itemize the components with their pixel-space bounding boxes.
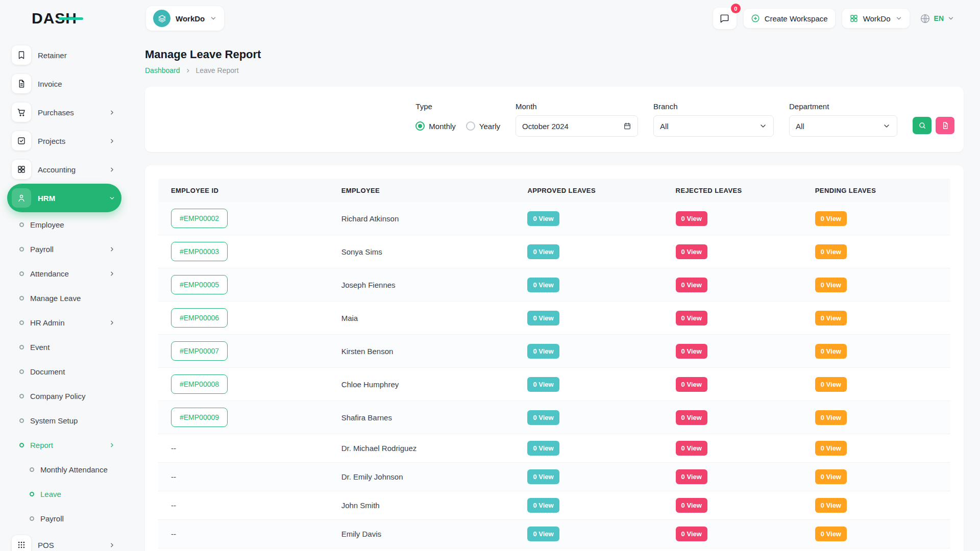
sidebar-item-purchases[interactable]: Purchases: [7, 98, 121, 127]
rejected-leaves-cell: 0 View: [663, 304, 802, 332]
chevron-down-icon: [759, 122, 767, 130]
rejected-leaves-badge[interactable]: 0 View: [676, 498, 707, 513]
circle-bullet-icon: [30, 467, 34, 472]
sidebar-item-accounting[interactable]: Accounting: [7, 155, 121, 184]
pending-leaves-badge[interactable]: 0 View: [815, 377, 847, 392]
pending-leaves-badge[interactable]: 0 View: [815, 344, 847, 359]
approved-leaves-badge[interactable]: 0 View: [527, 244, 559, 259]
approved-leaves-badge[interactable]: 0 View: [527, 311, 559, 325]
approved-leaves-badge[interactable]: 0 View: [527, 344, 559, 359]
pending-leaves-badge[interactable]: 0 View: [815, 278, 847, 292]
approved-leaves-badge[interactable]: 0 View: [527, 410, 559, 425]
sidebar-item-payroll-report[interactable]: Payroll: [7, 506, 121, 531]
app-switcher-dropdown[interactable]: WorkDo: [842, 9, 910, 28]
pending-leaves-badge[interactable]: 0 View: [815, 211, 847, 226]
language-selector[interactable]: EN: [917, 10, 958, 27]
employee-name: Richard Atkinson: [329, 208, 515, 230]
sidebar-item-hrm[interactable]: HRM: [7, 184, 121, 212]
rejected-leaves-badge[interactable]: 0 View: [676, 211, 707, 226]
approved-leaves-badge[interactable]: 0 View: [527, 377, 559, 392]
approved-leaves-cell: 0 View: [514, 271, 663, 299]
sidebar-item-report[interactable]: Report: [7, 433, 121, 457]
sidebar-item-attendance[interactable]: Attendance: [7, 261, 121, 286]
pending-leaves-badge[interactable]: 0 View: [815, 527, 847, 541]
sidebar-item-label: Purchases: [38, 108, 74, 117]
search-button[interactable]: [913, 117, 932, 134]
layout-grid-icon: [12, 160, 31, 179]
sidebar-item-projects[interactable]: Projects: [7, 127, 121, 155]
circle-bullet-icon: [19, 222, 24, 227]
sidebar-item-hr-admin[interactable]: HR Admin: [7, 310, 121, 335]
sidebar-item-label: HR Admin: [30, 318, 65, 327]
department-select[interactable]: All: [789, 115, 897, 137]
rejected-leaves-badge[interactable]: 0 View: [676, 244, 707, 259]
pending-leaves-cell: 0 View: [802, 434, 950, 462]
approved-leaves-badge[interactable]: 0 View: [527, 469, 559, 484]
pending-leaves-badge[interactable]: 0 View: [815, 469, 847, 484]
rejected-leaves-badge[interactable]: 0 View: [676, 469, 707, 484]
employee-id-cell: #EMP00006: [158, 302, 329, 334]
employee-id-button[interactable]: #EMP00007: [171, 341, 228, 361]
pending-leaves-cell: 0 View: [802, 463, 950, 491]
sidebar-item-company-policy[interactable]: Company Policy: [7, 384, 121, 408]
workspace-selector[interactable]: WorkDo: [146, 6, 224, 31]
approved-leaves-badge[interactable]: 0 View: [527, 211, 559, 226]
yearly-radio[interactable]: Yearly: [466, 121, 500, 131]
sidebar-item-invoice[interactable]: Invoice: [7, 69, 121, 98]
rejected-leaves-badge[interactable]: 0 View: [676, 527, 707, 541]
rejected-leaves-badge[interactable]: 0 View: [676, 410, 707, 425]
chevron-down-icon: [109, 195, 115, 202]
rejected-leaves-badge[interactable]: 0 View: [676, 278, 707, 292]
sidebar-item-event[interactable]: Event: [7, 335, 121, 359]
approved-leaves-cell: 0 View: [514, 304, 663, 332]
approved-leaves-cell: 0 View: [514, 404, 663, 432]
breadcrumb-dashboard-link[interactable]: Dashboard: [145, 66, 180, 74]
approved-leaves-badge[interactable]: 0 View: [527, 527, 559, 541]
approved-leaves-badge[interactable]: 0 View: [527, 498, 559, 513]
employee-id-button[interactable]: #EMP00009: [171, 408, 228, 427]
create-workspace-button[interactable]: Create Workspace: [744, 9, 835, 28]
pending-leaves-badge[interactable]: 0 View: [815, 244, 847, 259]
pending-leaves-badge[interactable]: 0 View: [815, 410, 847, 425]
rejected-leaves-badge[interactable]: 0 View: [676, 441, 707, 456]
rejected-leaves-badge[interactable]: 0 View: [676, 377, 707, 392]
circle-bullet-icon: [19, 296, 24, 300]
month-input[interactable]: October 2024: [516, 115, 638, 137]
main-content: Manage Leave Report Dashboard Leave Repo…: [128, 37, 980, 551]
pending-leaves-badge[interactable]: 0 View: [815, 311, 847, 325]
brand-logo[interactable]: DASH: [0, 10, 128, 27]
employee-id-button[interactable]: #EMP00003: [171, 242, 228, 261]
chevron-right-icon: [109, 442, 115, 448]
pending-leaves-cell: 0 View: [802, 520, 950, 548]
sidebar-item-leave[interactable]: Leave: [7, 482, 121, 506]
sidebar-item-employee[interactable]: Employee: [7, 212, 121, 237]
approved-leaves-badge[interactable]: 0 View: [527, 278, 559, 292]
sidebar-item-label: Accounting: [38, 165, 76, 174]
person-icon: [12, 188, 31, 208]
sidebar-item-document[interactable]: Document: [7, 359, 121, 384]
rejected-leaves-badge[interactable]: 0 View: [676, 311, 707, 325]
employee-id-button[interactable]: #EMP00005: [171, 275, 228, 294]
sidebar-item-monthly-attendance[interactable]: Monthly Attendance: [7, 457, 121, 482]
export-button[interactable]: [936, 117, 954, 134]
rejected-leaves-badge[interactable]: 0 View: [676, 344, 707, 359]
employee-id-button[interactable]: #EMP00008: [171, 374, 228, 394]
sidebar-item-payroll[interactable]: Payroll: [7, 237, 121, 261]
branch-select[interactable]: All: [653, 115, 774, 137]
sidebar-item-retainer[interactable]: Retainer: [7, 41, 121, 69]
sidebar-item-manage-leave[interactable]: Manage Leave: [7, 286, 121, 310]
employee-id-empty: --: [171, 530, 176, 538]
monthly-radio-label: Monthly: [429, 122, 456, 131]
table-row: #EMP00003 Sonya Sims 0 View 0 View 0 Vie…: [158, 235, 950, 268]
pending-leaves-badge[interactable]: 0 View: [815, 498, 847, 513]
monthly-radio[interactable]: Monthly: [415, 121, 456, 131]
sidebar-item-system-setup[interactable]: System Setup: [7, 408, 121, 433]
pending-leaves-badge[interactable]: 0 View: [815, 441, 847, 456]
employee-id-button[interactable]: #EMP00002: [171, 209, 228, 228]
sidebar-item-pos[interactable]: POS: [7, 531, 121, 551]
chevron-right-icon: [109, 166, 115, 173]
approved-leaves-badge[interactable]: 0 View: [527, 441, 559, 456]
messages-button[interactable]: 0: [713, 8, 737, 29]
table-header-row: EMPLOYEE ID EMPLOYEE APPROVED LEAVES REJ…: [158, 179, 950, 202]
employee-id-button[interactable]: #EMP00006: [171, 308, 228, 328]
